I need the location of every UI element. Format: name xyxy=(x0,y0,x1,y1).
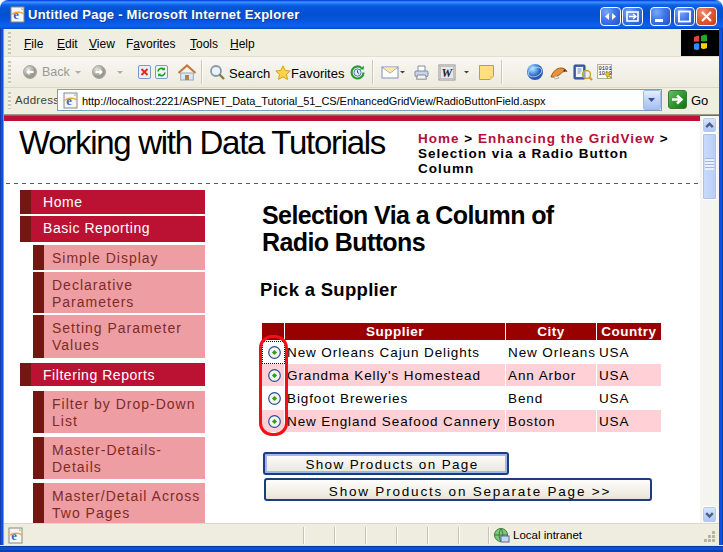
svg-text:e: e xyxy=(13,8,19,22)
svg-text:e: e xyxy=(66,94,72,108)
svg-text:W: W xyxy=(441,66,453,80)
svg-text:e: e xyxy=(11,529,17,543)
